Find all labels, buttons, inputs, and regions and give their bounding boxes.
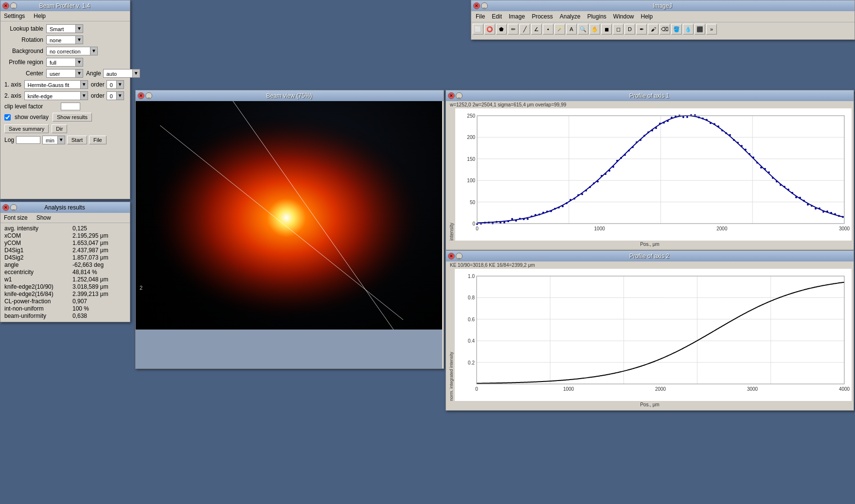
result-row: int-non-uniform100 % [4, 305, 126, 312]
axis2-order-arrow[interactable]: ▼ [116, 91, 124, 100]
save-summary-button[interactable]: Save summary [4, 124, 49, 133]
profile1-annotation: w=1252,0 2w=2504,1 sigma=615,4 μm overla… [448, 101, 852, 108]
ij-tool-point[interactable]: • [543, 24, 553, 35]
angle-select[interactable]: auto ▼ [103, 69, 140, 78]
ij-tool-zoom[interactable]: 🔍 [578, 24, 588, 35]
background-select[interactable]: no correction ▼ [46, 47, 98, 55]
result-row: w11.252,048 μm [4, 276, 126, 283]
menu-settings[interactable]: Settings [2, 12, 26, 20]
menu-font-size[interactable]: Font size [2, 214, 29, 222]
overlay-row: show overlay Show results [4, 113, 126, 122]
analysis-titlebar: ✕ _ Analysis results [0, 202, 130, 213]
file-button[interactable]: File [89, 136, 107, 144]
imagej-min-button[interactable]: _ [481, 2, 488, 9]
ij-menu-item[interactable]: Process [530, 13, 554, 20]
center-arrow[interactable]: ▼ [75, 69, 83, 78]
ij-menu-item[interactable]: Edit [490, 13, 503, 20]
ij-tool-eyedrop[interactable]: 💧 [683, 24, 694, 35]
result-row: xCOM2.195,295 μm [4, 232, 126, 239]
menu-help[interactable]: Help [32, 12, 47, 20]
dir-button[interactable]: Dir [52, 124, 67, 133]
ij-tool-poly[interactable]: ⬟ [496, 24, 507, 35]
axis1-method-arrow[interactable]: ▼ [80, 80, 88, 89]
profile-region-arrow[interactable]: ▼ [75, 58, 83, 67]
beam-profiler-titlebar: ✕ _ Beam Profiler v. 1.4 [0, 0, 130, 11]
lookup-table-select[interactable]: Smart ▼ [46, 24, 83, 33]
ij-tool-line[interactable]: ╱ [519, 24, 530, 35]
result-name: yCOM [4, 240, 72, 246]
beam-view-title: Beam view (75%) [152, 92, 426, 99]
ij-menu-item[interactable]: Image [507, 13, 526, 20]
result-name: beam-uniformity [4, 313, 72, 319]
log-input[interactable] [16, 136, 40, 144]
result-row: D4Sig12.437,987 μm [4, 247, 126, 254]
ij-tool->>[interactable]: » [706, 24, 717, 35]
result-row: D4Sig21.857,073 μm [4, 254, 126, 261]
axis1-order-select[interactable]: 0 ▼ [107, 80, 124, 89]
ij-menu-item[interactable]: Plugins [586, 13, 607, 20]
background-arrow[interactable]: ▼ [90, 47, 98, 55]
ij-menu-item[interactable]: File [474, 13, 486, 20]
axis2-method-select[interactable]: knife-edge ▼ [24, 91, 88, 100]
ij-tool-color1[interactable]: ◼ [601, 24, 612, 35]
imagej-close-button[interactable]: ✕ [473, 2, 480, 9]
ij-tool-wand[interactable]: 🪄 [554, 24, 565, 35]
close-button[interactable]: ✕ [2, 2, 9, 9]
result-row: yCOM1.653,047 μm [4, 240, 126, 246]
clip-level-row: clip level factor 0.1 [4, 103, 126, 110]
result-row: eccentricity48,814 % [4, 269, 126, 276]
background-row: Background no correction ▼ [4, 47, 126, 55]
ij-tool-eraser[interactable]: ⌫ [659, 24, 670, 35]
ij-menu-item[interactable]: Window [612, 13, 636, 20]
axis2-label: 2. axis [4, 92, 21, 99]
result-name: CL-power-fraction [4, 298, 72, 305]
analysis-close-button[interactable]: ✕ [2, 204, 9, 211]
log-min-arrow[interactable]: ▼ [57, 136, 65, 144]
start-button[interactable]: Start [67, 136, 87, 144]
ij-tool-rect[interactable]: ⬜ [473, 24, 483, 35]
log-label: Log [4, 137, 14, 143]
rotation-select[interactable]: none ▼ [46, 35, 83, 44]
minimize-button[interactable]: _ [10, 2, 17, 9]
ij-tool-rect2[interactable]: ⬛ [695, 24, 705, 35]
beam-view-min-button[interactable]: _ [145, 92, 152, 99]
axis1-method-select[interactable]: Hermite-Gauss fit ▼ [24, 80, 88, 89]
lookup-table-value: Smart [46, 24, 75, 33]
profile-region-select[interactable]: full ▼ [46, 58, 83, 67]
ij-menu-item[interactable]: Help [640, 13, 655, 20]
profile2-close-button[interactable]: ✕ [448, 253, 455, 260]
axis2-row: 2. axis knife-edge ▼ order 0 ▼ [4, 91, 126, 100]
rotation-arrow[interactable]: ▼ [75, 35, 83, 44]
analysis-min-button[interactable]: _ [10, 204, 17, 211]
ij-tool-angle[interactable]: ∠ [531, 24, 542, 35]
ij-tool-pencil[interactable]: ✒ [636, 24, 647, 35]
show-results-button[interactable]: Show results [53, 113, 92, 122]
log-min-select[interactable]: min ▼ [42, 136, 65, 144]
ij-tool-Dev[interactable]: D [624, 24, 635, 35]
axis1-order-arrow[interactable]: ▼ [116, 80, 124, 89]
ij-tool-hand[interactable]: ✋ [589, 24, 600, 35]
profile2-min-button[interactable]: _ [456, 253, 463, 260]
ij-tool-oval[interactable]: ⭕ [484, 24, 495, 35]
lookup-table-arrow[interactable]: ▼ [75, 24, 83, 33]
axis2-method-arrow[interactable]: ▼ [80, 91, 88, 100]
ij-tool-brush[interactable]: 🖌 [648, 24, 659, 35]
angle-label: Angle [86, 70, 101, 77]
ij-tool-flood[interactable]: 🪣 [671, 24, 682, 35]
axis2-order-select[interactable]: 0 ▼ [107, 91, 124, 100]
ij-tool-free[interactable]: ✏ [508, 24, 518, 35]
show-overlay-checkbox[interactable] [4, 114, 11, 121]
ij-tool-text[interactable]: A [566, 24, 577, 35]
angle-arrow[interactable]: ▼ [132, 69, 140, 78]
menu-show[interactable]: Show [35, 214, 53, 222]
clip-level-input[interactable]: 0.1 [61, 103, 80, 110]
center-select[interactable]: user ▼ [46, 69, 83, 78]
beam-bottom-panel [136, 330, 442, 368]
center-angle-row: Center user ▼ Angle auto ▼ [4, 69, 126, 78]
ij-menu-item[interactable]: Analyze [558, 13, 582, 20]
beam-view-close-button[interactable]: ✕ [138, 92, 144, 99]
profile1-min-button[interactable]: _ [456, 92, 463, 99]
profile1-close-button[interactable]: ✕ [448, 92, 455, 99]
ij-tool-color2[interactable]: ◻ [613, 24, 623, 35]
analysis-title: Analysis results [44, 204, 85, 211]
